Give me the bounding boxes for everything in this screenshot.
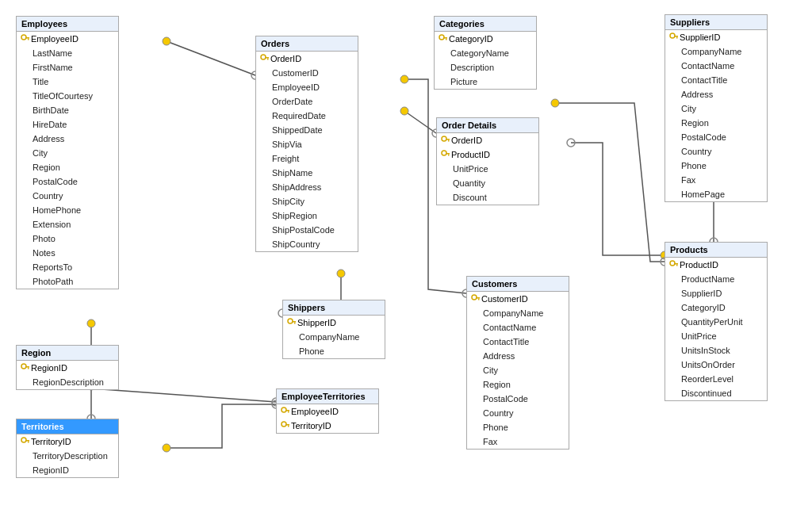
field-unitprice: UnitPrice (437, 162, 538, 176)
field-label: Phone (681, 161, 707, 170)
table-header-categories[interactable]: Categories (435, 17, 536, 32)
field-label: ShipCity (272, 197, 304, 206)
table-header-employeeterritories[interactable]: EmployeeTerritories (277, 389, 378, 404)
field-label: TitleOfCourtesy (33, 91, 93, 101)
field-shipcountry: ShipCountry (256, 237, 358, 251)
field-label: ShippedDate (272, 125, 323, 135)
field-label: ContactTitle (483, 337, 529, 346)
svg-rect-59 (28, 367, 29, 369)
field-city: City (665, 101, 767, 116)
table-suppliers: SuppliersSupplierIDCompanyNameContactNam… (665, 14, 768, 202)
field-categoryid: CategoryID (665, 300, 767, 315)
field-orderdate: OrderDate (256, 94, 358, 109)
field-shipname: ShipName (256, 166, 358, 180)
svg-rect-47 (478, 298, 480, 300)
svg-point-3 (87, 319, 95, 327)
field-label: TerritoryDescription (33, 451, 108, 461)
field-label: Address (33, 134, 64, 143)
field-label: Extension (33, 220, 71, 229)
svg-rect-32 (446, 38, 447, 40)
field-label: ContactName (483, 323, 536, 332)
field-homephone: HomePhone (17, 203, 118, 217)
field-region: Region (665, 116, 767, 130)
field-companyname: CompanyName (283, 330, 385, 344)
field-fax: Fax (467, 434, 569, 449)
field-unitsinstock: UnitsInStock (665, 343, 767, 358)
field-contacttitle: ContactTitle (467, 335, 569, 349)
field-fax: Fax (665, 173, 767, 187)
field-unitprice: UnitPrice (665, 329, 767, 343)
field-label: CategoryID (449, 34, 493, 44)
table-employeeterritories: EmployeeTerritoriesEmployeeIDTerritoryID (276, 388, 379, 434)
field-description: Description (435, 60, 536, 75)
svg-point-17 (551, 99, 559, 107)
field-label: OrderID (270, 54, 301, 63)
field-regionid: RegionID (17, 463, 118, 477)
svg-rect-62 (28, 441, 29, 442)
svg-rect-61 (25, 440, 29, 442)
field-hiredate: HireDate (17, 117, 118, 132)
field-shipregion: ShipRegion (256, 209, 358, 223)
field-city: City (467, 363, 569, 377)
field-label: SupplierID (681, 289, 722, 298)
svg-rect-35 (448, 140, 450, 141)
table-header-suppliers[interactable]: Suppliers (665, 15, 767, 30)
field-postalcode: PostalCode (17, 174, 118, 189)
table-header-orders[interactable]: Orders (256, 36, 358, 52)
field-label: Notes (33, 248, 56, 258)
field-birthdate: BirthDate (17, 103, 118, 117)
field-freight: Freight (256, 151, 358, 166)
table-header-orderdetails[interactable]: Order Details (437, 118, 538, 133)
svg-rect-29 (267, 58, 269, 59)
field-shipaddress: ShipAddress (256, 180, 358, 194)
field-lastname: LastName (17, 46, 118, 60)
svg-rect-58 (25, 366, 29, 368)
field-productid: ProductID (437, 147, 538, 162)
table-header-region[interactable]: Region (17, 346, 118, 361)
field-label: CategoryName (450, 48, 509, 58)
field-notes: Notes (17, 246, 118, 260)
field-label: EmployeeID (272, 82, 320, 92)
field-label: CompanyName (299, 332, 359, 342)
svg-line-5 (404, 111, 436, 133)
field-title: Title (17, 75, 118, 89)
pk-icon (440, 149, 450, 159)
svg-rect-28 (265, 57, 269, 59)
field-orderid: OrderID (256, 52, 358, 66)
field-address: Address (17, 132, 118, 146)
field-postalcode: PostalCode (665, 130, 767, 144)
field-postalcode: PostalCode (467, 392, 569, 406)
field-picture: Picture (435, 75, 536, 89)
field-label: Picture (450, 77, 477, 86)
field-label: Title (33, 77, 48, 86)
field-label: PostalCode (681, 132, 726, 142)
field-label: Country (681, 147, 712, 156)
field-photo: Photo (17, 231, 118, 246)
field-companyname: CompanyName (467, 306, 569, 320)
field-extension: Extension (17, 217, 118, 231)
pk-icon (438, 33, 447, 43)
field-contacttitle: ContactTitle (665, 73, 767, 87)
field-supplierid: SupplierID (665, 286, 767, 300)
field-reorderlevel: ReorderLevel (665, 372, 767, 386)
table-header-products[interactable]: Products (665, 243, 767, 258)
table-header-shippers[interactable]: Shippers (283, 300, 385, 316)
field-label: ReportsTo (33, 262, 72, 272)
table-header-territories[interactable]: Territories (17, 419, 118, 434)
table-header-customers[interactable]: Customers (467, 277, 569, 292)
svg-rect-43 (674, 263, 678, 265)
field-label: Description (450, 63, 494, 72)
table-categories: CategoriesCategoryIDCategoryNameDescript… (434, 16, 537, 90)
field-territoryid: TerritoryID (277, 419, 378, 433)
field-label: RequiredDate (272, 111, 326, 121)
table-territories: TerritoriesTerritoryIDTerritoryDescripti… (16, 419, 119, 478)
field-phone: Phone (467, 420, 569, 434)
field-label: Region (483, 380, 511, 389)
field-label: Photo (33, 234, 56, 243)
svg-rect-56 (288, 425, 289, 427)
table-header-employees[interactable]: Employees (17, 17, 118, 32)
field-customerid: CustomerID (467, 292, 569, 306)
svg-rect-44 (676, 264, 678, 266)
svg-rect-52 (285, 410, 289, 411)
svg-point-6 (400, 107, 408, 115)
